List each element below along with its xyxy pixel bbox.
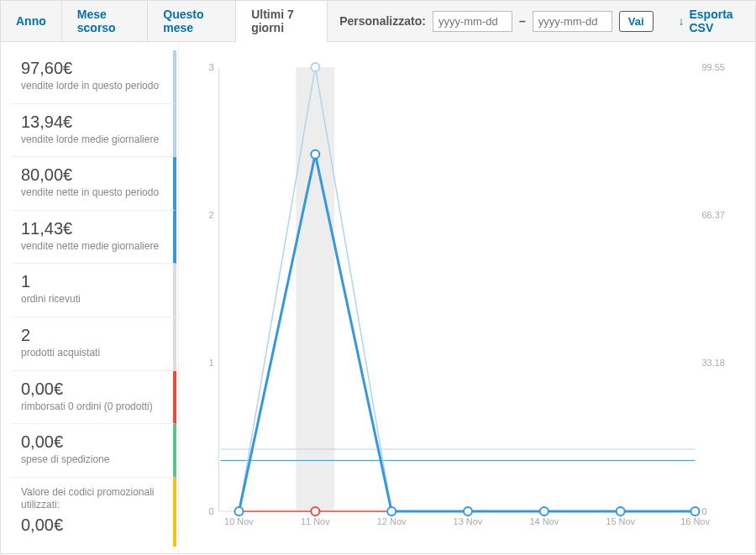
stat-value: 0,00€ <box>21 432 168 452</box>
report-tabs: Anno Mese scorso Questo mese Ultimi 7 gi… <box>0 0 756 42</box>
x-cat-3: 13 Nov <box>454 516 483 526</box>
stat-label: vendite lorde in questo periodo <box>21 80 168 93</box>
y-tick-r-3: 99.55 <box>702 62 725 72</box>
stat-label: spese di spedizione <box>21 453 168 467</box>
tab-year[interactable]: Anno <box>1 1 62 41</box>
x-cat-5: 15 Nov <box>606 516 635 526</box>
report-body: 97,60€ vendite lorde in questo periodo 1… <box>0 42 756 554</box>
stats-sidebar: 97,60€ vendite lorde in questo periodo 1… <box>1 42 179 553</box>
highlight-band <box>296 67 334 511</box>
tab-this-month[interactable]: Questo mese <box>148 1 236 41</box>
svg-point-3 <box>464 507 472 516</box>
stat-label: vendite lorde medie giornaliere <box>21 134 168 147</box>
custom-range-group: Personalizzato: – Vai <box>328 1 664 41</box>
stat-coupons[interactable]: Valore dei codici promozionali utilizzat… <box>11 478 176 547</box>
svg-point-2 <box>387 507 396 516</box>
svg-point-1 <box>311 507 319 516</box>
stat-orders[interactable]: 1 ordini ricevuti <box>11 264 176 317</box>
sales-chart: 0 1 2 3 0 33.18 66.37 99.55 10 Nov 11 No… <box>192 59 735 540</box>
y-tick-l-2: 2 <box>208 210 213 220</box>
y-tick-l-3: 3 <box>208 62 213 72</box>
x-cat-0: 10 Nov <box>224 516 254 526</box>
marker-net-peak <box>311 150 319 159</box>
stat-gross-sales[interactable]: 97,60€ vendite lorde in questo periodo <box>11 50 176 104</box>
marker-orders-peak <box>311 63 319 71</box>
svg-point-4 <box>540 507 549 516</box>
svg-point-6 <box>691 507 700 516</box>
stat-label: ordini ricevuti <box>21 293 168 306</box>
stat-label: Valore dei codici promozionali utilizzat… <box>21 486 168 512</box>
stat-value: 11,43€ <box>21 219 168 238</box>
stat-value: 97,60€ <box>21 59 168 78</box>
download-icon: ↓ <box>679 14 685 28</box>
date-to-input[interactable] <box>533 11 612 32</box>
stat-value: 0,00€ <box>21 516 168 535</box>
y-tick-l-0: 0 <box>208 506 213 516</box>
go-button[interactable]: Vai <box>619 11 654 32</box>
chart-area: 0 1 2 3 0 33.18 66.37 99.55 10 Nov 11 No… <box>179 42 755 553</box>
export-csv-link[interactable]: ↓ Esporta CSV <box>665 1 756 41</box>
range-separator: – <box>519 14 526 28</box>
tab-last-month[interactable]: Mese scorso <box>62 1 148 41</box>
y-tick-r-2: 66.37 <box>702 210 725 220</box>
stat-value: 13,94€ <box>21 113 168 132</box>
stat-value: 2 <box>21 326 168 345</box>
y-tick-r-0: 0 <box>702 506 707 516</box>
x-cat-6: 16 Nov <box>680 516 710 526</box>
svg-point-5 <box>617 507 625 516</box>
y-tick-l-1: 1 <box>208 358 213 368</box>
date-from-input[interactable] <box>433 11 512 32</box>
stat-net-sales[interactable]: 80,00€ vendite nette in questo periodo <box>11 157 176 211</box>
svg-point-0 <box>234 507 243 516</box>
tab-last-7-days[interactable]: Ultimi 7 giorni <box>236 1 328 42</box>
stat-label: prodotti acquistati <box>21 347 168 360</box>
export-label: Esporta CSV <box>690 8 743 34</box>
stat-refunds[interactable]: 0,00€ rimborsati 0 ordini (0 prodotti) <box>11 371 176 425</box>
stat-net-daily[interactable]: 11,43€ vendite nette medie giornaliere <box>11 211 176 264</box>
stat-label: rimborsati 0 ordini (0 prodotti) <box>21 401 168 414</box>
stat-gross-daily[interactable]: 13,94€ vendite lorde medie giornaliere <box>11 104 176 158</box>
x-cat-4: 14 Nov <box>529 516 559 526</box>
stat-label: vendite nette in questo periodo <box>21 186 168 200</box>
x-cat-2: 12 Nov <box>377 516 407 526</box>
stat-value: 80,00€ <box>21 165 168 185</box>
stat-shipping[interactable]: 0,00€ spese di spedizione <box>11 424 176 478</box>
stat-label: vendite nette medie giornaliere <box>21 240 168 254</box>
stat-value: 1 <box>21 272 168 291</box>
stat-value: 0,00€ <box>21 380 168 399</box>
x-cat-1: 11 Nov <box>301 516 330 526</box>
custom-range-label: Personalizzato: <box>339 14 426 28</box>
y-tick-r-1: 33.18 <box>702 358 725 368</box>
stat-items[interactable]: 2 prodotti acquistati <box>11 317 176 371</box>
